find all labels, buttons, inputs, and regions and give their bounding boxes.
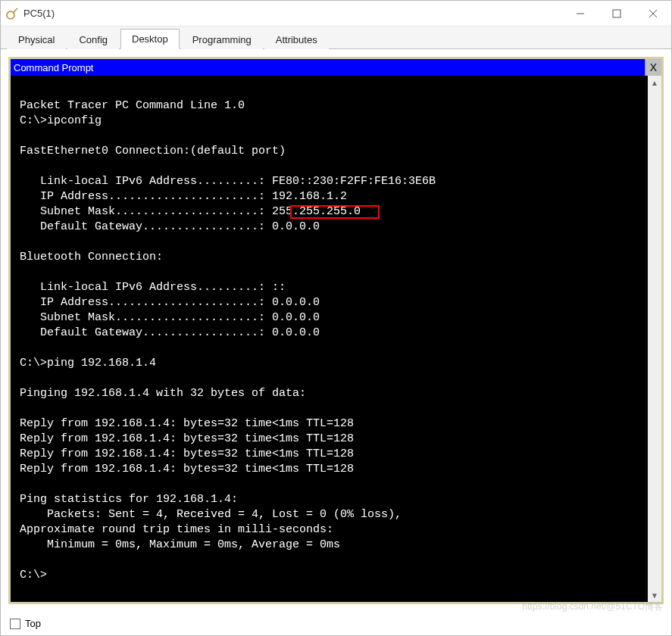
tab-programming[interactable]: Programming <box>181 30 263 49</box>
close-button[interactable] <box>635 1 671 26</box>
command-prompt-body-wrap: Packet Tracer PC Command Line 1.0 C:\>ip… <box>11 76 661 602</box>
tab-desktop[interactable]: Desktop <box>120 29 180 49</box>
command-prompt-titlebar: Command Prompt X <box>11 59 661 76</box>
window-controls <box>562 1 671 26</box>
tab-config[interactable]: Config <box>67 30 119 49</box>
svg-rect-3 <box>613 10 620 17</box>
watermark: https://blog.csdn.net/@51CTO博客 <box>523 600 663 613</box>
command-prompt-close-button[interactable]: X <box>645 59 661 76</box>
command-prompt-frame: Command Prompt X Packet Tracer PC Comman… <box>8 57 664 604</box>
scrollbar-track[interactable] <box>648 89 661 588</box>
app-icon <box>5 7 19 20</box>
terminal-scrollbar[interactable]: ▲ ▼ <box>648 76 661 602</box>
tab-bar: Physical Config Desktop Programming Attr… <box>1 26 671 49</box>
tab-attributes[interactable]: Attributes <box>264 30 329 49</box>
top-checkbox-label: Top <box>25 618 41 629</box>
app-window: PC5(1) Physical Config Desktop Programmi… <box>0 0 672 636</box>
window-title: PC5(1) <box>23 8 55 19</box>
content-area: Command Prompt X Packet Tracer PC Comman… <box>1 49 671 612</box>
terminal-output[interactable]: Packet Tracer PC Command Line 1.0 C:\>ip… <box>11 76 648 602</box>
maximize-button[interactable] <box>599 1 635 26</box>
titlebar: PC5(1) <box>1 1 671 26</box>
top-checkbox[interactable] <box>10 619 20 629</box>
minimize-button[interactable] <box>562 1 599 26</box>
svg-line-1 <box>13 8 17 13</box>
tab-physical[interactable]: Physical <box>7 30 66 49</box>
bottom-bar: Top <box>1 612 671 635</box>
command-prompt-title: Command Prompt <box>14 62 93 73</box>
scrollbar-up-icon[interactable]: ▲ <box>648 76 661 89</box>
